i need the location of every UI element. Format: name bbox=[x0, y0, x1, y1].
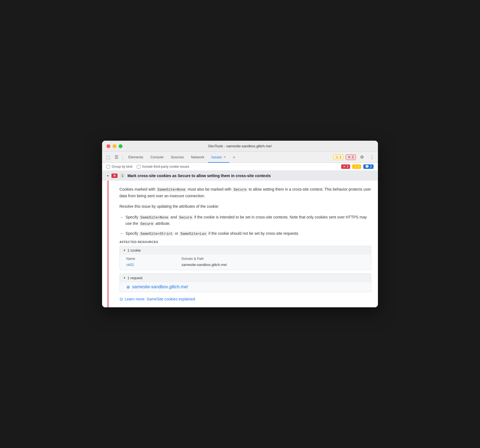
cookie-table-header: Name Domain & Path bbox=[126, 256, 368, 262]
issue-body: Cookies marked with SameSite=None must a… bbox=[108, 181, 378, 307]
cookie-row: ck02 samesite-sandbox.glitch.me/ bbox=[126, 262, 368, 268]
request-url-link[interactable]: samesite-sandbox.glitch.me/ bbox=[132, 284, 188, 289]
cookie-count-text: 1 cookie bbox=[127, 248, 141, 252]
cookie-domain: samesite-sandbox.glitch.me/ bbox=[182, 263, 368, 267]
third-party-checkbox[interactable] bbox=[137, 165, 140, 169]
request-section-header[interactable]: ▼ 1 request bbox=[120, 274, 371, 282]
devtools-window: DevTools - samesite-sandbox.glitch.me/ ⬚… bbox=[102, 141, 378, 307]
request-section: ▼ 1 request ⊕ samesite-sandbox.glitch.me… bbox=[119, 273, 371, 292]
traffic-lights bbox=[106, 144, 122, 148]
code-samesite-none: SameSite=None bbox=[156, 187, 186, 192]
code-samesite-lax: SameSite=Lax bbox=[179, 231, 207, 236]
cookie-table: Name Domain & Path ck02 samesite-sandbox… bbox=[120, 255, 371, 270]
warning-badge[interactable]: ⚠ 1 bbox=[333, 154, 344, 160]
main-content: ▼ ✕ 1 Mark cross-site cookies as Secure … bbox=[102, 171, 378, 307]
cursor-icon[interactable]: ⬚ bbox=[104, 153, 112, 161]
col-header-name: Name bbox=[126, 257, 182, 261]
toolbar-right: ⚠ 1 ✕ 3 ⚙ ⋮ bbox=[333, 153, 376, 161]
bullet-arrow-2: → bbox=[119, 230, 123, 237]
more-options-icon[interactable]: ⋮ bbox=[368, 153, 376, 161]
toolbar: ⬚ ☰ Elements Console Sources Network Iss… bbox=[102, 152, 378, 163]
cookie-name-link[interactable]: ck02 bbox=[126, 263, 134, 267]
request-collapse-arrow: ▼ bbox=[123, 276, 126, 279]
tab-sources[interactable]: Sources bbox=[167, 152, 187, 163]
issue-type-badge: ✕ bbox=[111, 174, 118, 178]
third-party-label[interactable]: Include third-party cookie issues bbox=[137, 165, 189, 169]
learn-more-link[interactable]: Learn more: SameSite cookies explained bbox=[125, 297, 195, 301]
tab-network[interactable]: Network bbox=[188, 152, 208, 163]
resolve-text: Resolve this issue by updating the attri… bbox=[119, 203, 371, 209]
tab-console[interactable]: Console bbox=[147, 152, 167, 163]
cookie-section-header[interactable]: ▼ 1 cookie bbox=[120, 246, 371, 255]
bullet-item-1: → Specify SameSite=None and Secure if th… bbox=[119, 214, 371, 227]
code-samesite-none-2: SameSite=None bbox=[139, 215, 169, 220]
group-by-kind-checkbox[interactable] bbox=[106, 165, 110, 169]
request-icon: ⊕ bbox=[126, 284, 130, 290]
bullet-item-2: → Specify SameSite=Strict or SameSite=La… bbox=[119, 230, 371, 237]
code-secure: Secure bbox=[233, 187, 248, 192]
settings-icon[interactable]: ⚙ bbox=[358, 153, 366, 161]
filter-error-badge[interactable]: ✕ 3 bbox=[341, 164, 350, 169]
issue-count-badge: 1 bbox=[120, 173, 125, 178]
close-button[interactable] bbox=[106, 144, 110, 148]
error-badge[interactable]: ✕ 3 bbox=[346, 154, 356, 160]
code-secure-3: Secure bbox=[139, 222, 154, 226]
more-tabs-button[interactable]: » bbox=[230, 152, 238, 163]
filter-error-icon: ✕ bbox=[343, 165, 346, 169]
col-header-domain: Domain & Path bbox=[182, 257, 368, 261]
filter-badges: ✕ 3 ⚠ 0 💬 2 bbox=[341, 164, 374, 169]
tab-issues[interactable]: Issues ✕ bbox=[208, 152, 229, 163]
issue-header[interactable]: ▼ ✕ 1 Mark cross-site cookies as Secure … bbox=[102, 171, 378, 181]
affected-resources: AFFECTED RESOURCES ▼ 1 cookie Name Domai… bbox=[119, 240, 371, 302]
request-row: ⊕ samesite-sandbox.glitch.me/ bbox=[120, 282, 371, 292]
divider bbox=[122, 154, 123, 160]
learn-more: ⊙ Learn more: SameSite cookies explained bbox=[119, 297, 371, 302]
request-count-text: 1 request bbox=[127, 276, 142, 280]
inspector-icon[interactable]: ☰ bbox=[113, 153, 120, 161]
tab-close-icon[interactable]: ✕ bbox=[223, 155, 226, 159]
filter-info-icon: 💬 bbox=[365, 165, 369, 169]
title-bar: DevTools - samesite-sandbox.glitch.me/ bbox=[102, 141, 378, 152]
warning-icon: ⚠ bbox=[335, 155, 338, 159]
cookie-section: ▼ 1 cookie Name Domain & Path ck02 same bbox=[119, 246, 371, 270]
filter-warning-badge[interactable]: ⚠ 0 bbox=[352, 164, 361, 169]
affected-label: AFFECTED RESOURCES bbox=[119, 240, 371, 244]
filters-bar: Group by kind Include third-party cookie… bbox=[102, 163, 378, 171]
code-secure-2: Secure bbox=[178, 215, 193, 220]
error-icon: ✕ bbox=[348, 155, 351, 159]
issue-description: Cookies marked with SameSite=None must a… bbox=[119, 186, 371, 199]
tab-elements[interactable]: Elements bbox=[125, 152, 146, 163]
issue-collapse-arrow: ▼ bbox=[106, 174, 109, 177]
bullet-arrow-1: → bbox=[119, 214, 123, 227]
filter-info-badge[interactable]: 💬 2 bbox=[363, 164, 374, 169]
window-title: DevTools - samesite-sandbox.glitch.me/ bbox=[208, 144, 272, 148]
group-by-kind-label[interactable]: Group by kind bbox=[106, 165, 132, 169]
cookie-collapse-arrow: ▼ bbox=[123, 249, 126, 252]
filter-warning-icon: ⚠ bbox=[354, 165, 357, 169]
issue-title: Mark cross-site cookies as Secure to all… bbox=[127, 174, 271, 178]
learn-more-icon: ⊙ bbox=[119, 297, 123, 302]
maximize-button[interactable] bbox=[119, 144, 122, 148]
code-samesite-strict: SameSite=Strict bbox=[139, 231, 174, 236]
minimize-button[interactable] bbox=[113, 144, 116, 148]
